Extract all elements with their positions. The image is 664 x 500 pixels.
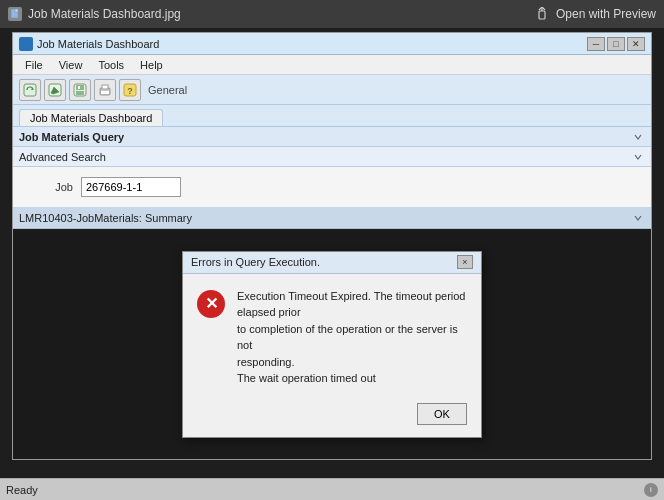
status-collapse-icon[interactable]: [631, 211, 645, 225]
error-dialog: Errors in Query Execution. × ✕ Execution…: [182, 251, 482, 438]
toolbar-save-button[interactable]: [69, 79, 91, 101]
black-content-area: Errors in Query Execution. × ✕ Execution…: [13, 229, 651, 459]
modal-title-text: Errors in Query Execution.: [191, 256, 320, 268]
window-controls: ─ □ ✕: [587, 37, 645, 51]
menu-help[interactable]: Help: [132, 57, 171, 73]
modal-ok-button[interactable]: OK: [417, 403, 467, 425]
info-icon[interactable]: i: [644, 483, 658, 497]
modal-body: ✕ Execution Timeout Expired. The timeout…: [183, 274, 481, 397]
svg-rect-12: [101, 91, 109, 94]
svg-rect-1: [15, 9, 18, 12]
bottom-status-bar: Ready i: [0, 478, 664, 500]
modal-message-line2: to completion of the operation or the se…: [237, 323, 458, 352]
toolbar-print-button[interactable]: [94, 79, 116, 101]
query-section-title: Job Materials Query: [19, 131, 124, 143]
modal-message: Execution Timeout Expired. The timeout p…: [237, 288, 467, 387]
tabs-bar: Job Materials Dashboard: [13, 105, 651, 127]
svg-rect-4: [24, 84, 36, 96]
general-label: General: [148, 84, 187, 96]
advanced-search-title: Advanced Search: [19, 151, 106, 163]
svg-rect-2: [539, 11, 545, 19]
open-with-preview-button[interactable]: Open with Preview: [556, 7, 656, 21]
app-window: Job Materials Dashboard ─ □ ✕ File View …: [12, 32, 652, 460]
toolbar-help-button[interactable]: ?: [119, 79, 141, 101]
query-collapse-icon[interactable]: [631, 130, 645, 144]
app-title-text: Job Materials Dashboard: [37, 38, 583, 50]
toolbar-edit-button[interactable]: [44, 79, 66, 101]
modal-footer: OK: [183, 397, 481, 437]
tab-job-materials-dashboard[interactable]: Job Materials Dashboard: [19, 109, 163, 126]
menu-bar: File View Tools Help: [13, 55, 651, 75]
error-icon: ✕: [197, 290, 225, 318]
job-input[interactable]: [81, 177, 181, 197]
job-form-row: Job: [23, 173, 641, 201]
menu-view[interactable]: View: [51, 57, 91, 73]
menu-file[interactable]: File: [17, 57, 51, 73]
form-area: Job: [13, 167, 651, 207]
modal-message-line4: The wait operation timed out: [237, 372, 376, 384]
svg-rect-11: [102, 85, 108, 89]
advanced-search-header: Advanced Search: [13, 147, 651, 167]
toolbar-refresh-button[interactable]: [19, 79, 41, 101]
app-title-bar: Job Materials Dashboard ─ □ ✕: [13, 33, 651, 55]
modal-close-button[interactable]: ×: [457, 255, 473, 269]
bottom-status-text: Ready: [6, 484, 38, 496]
modal-message-line1: Execution Timeout Expired. The timeout p…: [237, 290, 465, 319]
toolbar: ? General: [13, 75, 651, 105]
menu-tools[interactable]: Tools: [90, 57, 132, 73]
svg-rect-8: [76, 91, 84, 95]
query-section-header: Job Materials Query: [13, 127, 651, 147]
svg-text:?: ?: [127, 86, 133, 96]
file-icon: [8, 7, 22, 21]
app-icon: [19, 37, 33, 51]
os-title-bar: Job Materials Dashboard.jpg Open with Pr…: [0, 0, 664, 28]
modal-message-line3: responding.: [237, 356, 295, 368]
job-label: Job: [23, 181, 73, 193]
maximize-button[interactable]: □: [607, 37, 625, 51]
modal-overlay: Errors in Query Execution. × ✕ Execution…: [13, 229, 651, 459]
advanced-search-collapse-icon[interactable]: [631, 150, 645, 164]
svg-rect-9: [78, 86, 80, 89]
status-section: LMR10403-JobMaterials: Summary: [13, 207, 651, 229]
share-icon[interactable]: [534, 6, 550, 22]
modal-title-bar: Errors in Query Execution. ×: [183, 252, 481, 274]
main-content: Job Materials Query Advanced Search Job: [13, 127, 651, 459]
os-window-title: Job Materials Dashboard.jpg: [28, 7, 528, 21]
minimize-button[interactable]: ─: [587, 37, 605, 51]
status-section-text: LMR10403-JobMaterials: Summary: [19, 212, 192, 224]
close-button[interactable]: ✕: [627, 37, 645, 51]
